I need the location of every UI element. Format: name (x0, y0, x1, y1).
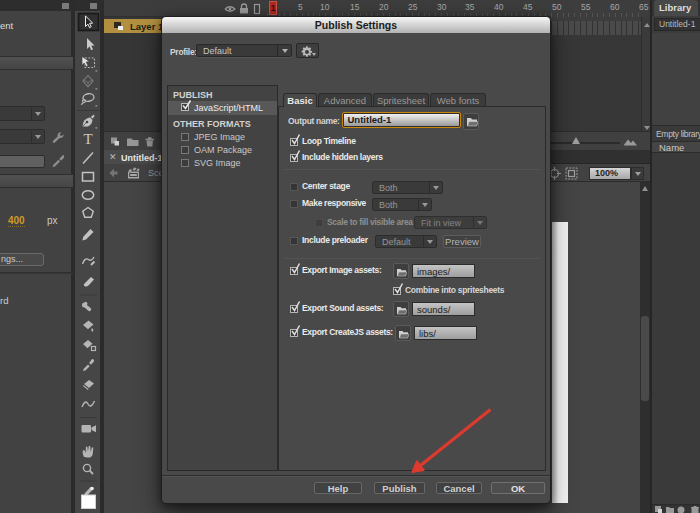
svg-text:T: T (83, 131, 92, 147)
